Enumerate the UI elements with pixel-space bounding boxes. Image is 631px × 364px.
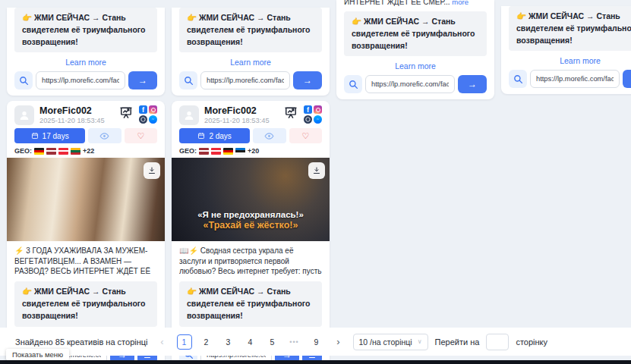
- facebook-icon: f: [139, 105, 147, 114]
- page-button-5[interactable]: 5: [265, 334, 280, 350]
- eye-icon: [99, 132, 109, 140]
- page-button-3[interactable]: 3: [221, 334, 236, 350]
- download-icon: [147, 166, 156, 175]
- more-link[interactable]: more: [452, 0, 469, 6]
- creatives-spy-page: 👉 ЖМИ СЕЙЧАС → Стань свидетелем её триум…: [0, 0, 631, 364]
- favorite-button[interactable]: ♡: [125, 128, 157, 143]
- geo-more-count[interactable]: +22: [83, 147, 94, 155]
- open-url-button[interactable]: →: [128, 71, 157, 89]
- url-row: →: [179, 71, 322, 89]
- landing-url-input[interactable]: [365, 75, 455, 93]
- creative-datetime: 2025-11-20 18:53:45: [39, 117, 113, 124]
- flag-latvia-icon: [199, 148, 209, 155]
- column-4: 👉 ЖМИ СЕЙЧАС → Стань свидетелем её триум…: [501, 0, 631, 94]
- search-icon: [19, 76, 29, 86]
- presentation-board-icon[interactable]: [283, 105, 298, 121]
- preview-button[interactable]: [88, 128, 121, 143]
- card-actions: 2 days ♡: [179, 128, 322, 143]
- column-1: 👉 ЖМИ СЕЙЧАС → Стань свидетелем её триум…: [7, 0, 165, 364]
- search-button[interactable]: [509, 70, 527, 88]
- arrow-right-icon: →: [303, 75, 312, 86]
- goto-page-label: Перейти на: [435, 337, 480, 347]
- ad-cta-text: 👉 ЖМИ СЕЙЧАС → Стань свидетелем её триум…: [344, 11, 487, 56]
- header-icons: f: [118, 105, 157, 124]
- creative-card: MoreFic002 2025-11-20 18:53:45 f 17 days: [7, 101, 165, 364]
- creative-card-partial: 👉 ЖМИ СЕЙЧАС → Стань свидетелем её триум…: [7, 8, 165, 96]
- results-count-text: Знайдено 85 креативів на сторінці: [15, 337, 148, 347]
- learn-more-link[interactable]: Learn more: [344, 61, 487, 71]
- image-caption: «Я не предохранялась!» «Трахай её жёстко…: [172, 210, 330, 231]
- ad-cta-text: 👉 ЖМИ СЕЙЧАС → Стань свидетелем её триум…: [14, 281, 157, 326]
- next-page-button[interactable]: ›: [331, 334, 346, 350]
- open-url-button[interactable]: →: [623, 70, 631, 88]
- geo-row: GEO: +22: [14, 147, 157, 155]
- card-header: MoreFic002 2025-11-20 18:53:45 f: [14, 105, 157, 125]
- advertiser-info: MoreFic002 2025-11-20 18:53:45: [39, 105, 113, 124]
- clipped-body-text: ИНТЕРНЕТ ЖДЁТ ЕЁ СМЕР... more: [344, 0, 487, 7]
- ad-cta-text: 👉 ЖМИ СЕЙЧАС → Стань свидетелем её триум…: [179, 281, 322, 326]
- page-button-1[interactable]: 1: [177, 334, 192, 350]
- creative-image[interactable]: «Я не предохранялась!» «Трахай её жёстко…: [172, 158, 330, 241]
- arrow-right-icon: →: [138, 75, 147, 86]
- geo-label: GEO:: [14, 147, 32, 155]
- geo-more-count[interactable]: +20: [248, 147, 259, 155]
- messenger-icon: [314, 115, 322, 124]
- calendar-icon: [31, 132, 39, 140]
- creative-card-partial: 👉 ЖМИ СЕЙЧАС → Стань свидетелем её триум…: [172, 8, 330, 96]
- per-page-select[interactable]: 10 /на сторінці∨: [353, 334, 428, 350]
- person-icon: [18, 109, 30, 121]
- heart-icon: ♡: [137, 132, 144, 140]
- geo-label: GEO:: [179, 147, 197, 155]
- download-image-button[interactable]: [144, 162, 160, 179]
- avatar: [14, 105, 34, 125]
- creative-card: MoreFic002 2025-11-20 18:53:45 f 2 days: [172, 101, 330, 364]
- favorite-button[interactable]: ♡: [289, 128, 322, 143]
- bottom-edge-bar: [0, 360, 631, 364]
- ad-body-text: 📖⚡ Сводная сестра украла её заслуги и пр…: [179, 246, 322, 277]
- preview-button[interactable]: [253, 128, 286, 143]
- search-icon: [513, 74, 523, 84]
- open-url-button[interactable]: →: [293, 71, 322, 89]
- eye-icon: [264, 132, 274, 140]
- goto-page-input[interactable]: [486, 334, 509, 350]
- open-url-button[interactable]: →: [458, 75, 487, 93]
- landing-url-input[interactable]: [36, 71, 125, 89]
- page-button-9[interactable]: 9: [309, 334, 324, 350]
- search-button[interactable]: [344, 75, 362, 93]
- learn-more-link[interactable]: Learn more: [509, 56, 631, 65]
- network-badges: f: [139, 105, 157, 124]
- learn-more-link[interactable]: Learn more: [179, 58, 322, 67]
- ad-body-text: ⚡ 3 ГОДА УХАЖИВАЛА ЗА МУЖЕМ-ВЕГЕТАТИВЦЕМ…: [14, 246, 157, 277]
- presentation-board-icon[interactable]: [118, 105, 134, 121]
- pagination-bar: Знайдено 85 креативів на сторінці ‹ 1 2 …: [0, 328, 631, 356]
- ad-cta-text: 👉 ЖМИ СЕЙЧАС → Стань свидетелем её триум…: [14, 8, 157, 52]
- prev-page-button[interactable]: ‹: [155, 334, 170, 350]
- landing-url-input[interactable]: [200, 71, 290, 89]
- advertiser-name: MoreFic002: [39, 105, 113, 116]
- flag-austria-icon: [58, 148, 68, 155]
- ad-cta-text: 👉 ЖМИ СЕЙЧАС → Стань свидетелем её триум…: [509, 6, 631, 51]
- avatar: [179, 105, 199, 125]
- audience-network-icon: [139, 115, 147, 124]
- instagram-icon: [149, 105, 157, 114]
- messenger-icon: [149, 115, 157, 124]
- network-badges: f: [304, 105, 322, 124]
- show-menu-button[interactable]: Показать меню: [6, 349, 69, 360]
- ad-cta-text: 👉 ЖМИ СЕЙЧАС → Стань свидетелем её триум…: [179, 8, 322, 52]
- learn-more-link[interactable]: Learn more: [14, 58, 157, 67]
- goto-page-suffix: сторінку: [516, 337, 547, 347]
- flag-austria-icon: [211, 148, 221, 155]
- page-button-4[interactable]: 4: [243, 334, 258, 350]
- column-3: ИНТЕРНЕТ ЖДЁТ ЕЁ СМЕР... more 👉 ЖМИ СЕЙЧ…: [336, 0, 494, 99]
- search-button[interactable]: [14, 71, 33, 89]
- chevron-down-icon: ∨: [418, 338, 422, 345]
- creative-card-partial: 👉 ЖМИ СЕЙЧАС → Стань свидетелем её триум…: [501, 6, 631, 94]
- search-button[interactable]: [179, 71, 197, 89]
- page-button-2[interactable]: 2: [199, 334, 214, 350]
- days-active-button[interactable]: 2 days: [179, 128, 250, 143]
- download-image-button[interactable]: [308, 162, 325, 179]
- creative-image[interactable]: [7, 158, 165, 241]
- card-header: MoreFic002 2025-11-20 18:53:45 f: [179, 105, 322, 125]
- landing-url-input[interactable]: [530, 70, 620, 88]
- days-active-button[interactable]: 17 days: [14, 128, 85, 143]
